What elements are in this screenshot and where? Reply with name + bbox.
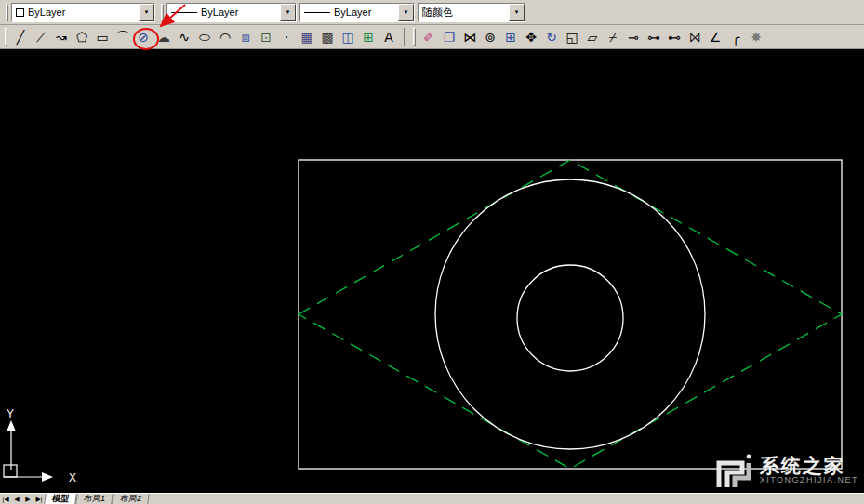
multiline-text-tool-button[interactable]: A (379, 27, 399, 47)
lineweight-control-value: ByLayer (330, 7, 398, 18)
move-icon: ✥ (525, 31, 537, 44)
color-control-value: ByLayer (24, 7, 139, 18)
toolbar-grip[interactable] (161, 4, 164, 21)
watermark-subtitle: XITONGZHIJIA.NET (760, 476, 858, 485)
drawing-canvas-svg[interactable]: Y X (0, 49, 864, 493)
hatch-tool-button[interactable]: ▦ (297, 27, 317, 47)
erase-icon: ✐ (423, 31, 434, 44)
polygon-icon: ⬠ (76, 31, 87, 44)
arc-tool-button[interactable]: ⌒ (113, 27, 133, 47)
toolbar-grip[interactable] (413, 28, 416, 46)
tab-nav-button-2[interactable]: ▶ (22, 494, 33, 504)
trim-icon: ⌿ (609, 31, 617, 44)
construction-line-tool-button[interactable]: ⟋ (31, 27, 51, 47)
extend-tool-button[interactable]: ⊸ (623, 27, 644, 47)
ucs-y-label: Y (7, 407, 14, 420)
rectangle-tool-button[interactable]: ▭ (92, 27, 113, 47)
insert-block-icon: ⧈ (242, 31, 250, 44)
watermark-title: 系统之家 (760, 455, 858, 476)
point-tool-button[interactable]: · (276, 27, 297, 47)
ellipse-tool-button[interactable]: ⬭ (194, 27, 215, 47)
break-tool-button[interactable]: ⊷ (664, 27, 685, 47)
gradient-tool-button[interactable]: ▩ (317, 27, 338, 47)
make-block-icon: ⊡ (260, 31, 272, 44)
tab-layout1[interactable]: 布局1 (75, 494, 113, 504)
lineweight-dropdown-arrow-icon[interactable]: ▼ (398, 4, 414, 21)
tab-nav-button-3[interactable]: ▶| (33, 494, 45, 504)
array-tool-button[interactable]: ⊞ (500, 27, 521, 47)
join-icon: ⨝ (689, 31, 699, 44)
polyline-tool-button[interactable]: ↝ (51, 27, 72, 47)
linetype-control[interactable]: ByLayer ▼ (166, 3, 297, 22)
color-swatch-icon (16, 8, 24, 17)
join-tool-button[interactable]: ⨝ (685, 27, 705, 47)
lineweight-sample-icon (304, 12, 330, 13)
tool-toolbars: ╱⟋↝⬠▭⌒⊘☁∿⬭◠⧈⊡·▦▩◫⊞A ✐❐⋈⊚⊞✥↻◱▱⌿⊸⊶⊷⨝∠╭✸ (0, 25, 864, 49)
multiline-text-icon: A (384, 31, 393, 44)
tab-layout2[interactable]: 布局2 (112, 494, 150, 504)
xitongzhijia-logo-icon (714, 450, 753, 489)
linetype-sample-icon (171, 12, 197, 13)
make-block-tool-button[interactable]: ⊡ (256, 27, 276, 47)
drawn-outer-circle[interactable] (435, 179, 705, 449)
lineweight-control[interactable]: ByLayer ▼ (299, 3, 415, 22)
scale-tool-button[interactable]: ◱ (562, 27, 582, 47)
explode-tool-button[interactable]: ✸ (746, 27, 766, 47)
line-tool-button[interactable]: ╱ (10, 27, 31, 47)
tab-nav-button-0[interactable]: |◀ (0, 494, 11, 504)
toolbar-grip[interactable] (6, 4, 8, 21)
tab-nav: |◀◀▶▶| (0, 494, 45, 504)
ellipse-icon: ⬭ (199, 31, 210, 44)
construction-line-icon: ⟋ (36, 31, 46, 44)
chamfer-tool-button[interactable]: ∠ (705, 27, 725, 47)
table-tool-button[interactable]: ⊞ (358, 27, 379, 47)
line-icon: ╱ (17, 31, 24, 44)
cad-application-window: { "properties_toolbar": { "color_control… (0, 0, 864, 504)
offset-tool-button[interactable]: ⊚ (480, 27, 500, 47)
tab-model[interactable]: 模型 (44, 494, 77, 504)
drawing-area[interactable]: Y X 系统之家 XITONGZHIJIA.NET (0, 49, 864, 493)
erase-tool-button[interactable]: ✐ (419, 27, 439, 47)
spline-tool-button[interactable]: ∿ (174, 27, 194, 47)
move-tool-button[interactable]: ✥ (521, 27, 541, 47)
hatch-icon: ▦ (300, 31, 312, 44)
table-icon: ⊞ (363, 31, 374, 44)
color-dropdown-arrow-icon[interactable]: ▼ (139, 4, 154, 21)
gradient-icon: ▩ (321, 31, 333, 44)
drawn-rectangle[interactable] (299, 160, 842, 469)
break-at-point-icon: ⊶ (647, 31, 660, 44)
revision-cloud-tool-button[interactable]: ☁ (153, 27, 174, 47)
polygon-tool-button[interactable]: ⬠ (72, 27, 92, 47)
insert-block-tool-button[interactable]: ⧈ (235, 27, 256, 47)
copy-tool-button[interactable]: ❐ (439, 27, 459, 47)
modify-toolbar: ✐❐⋈⊚⊞✥↻◱▱⌿⊸⊶⊷⨝∠╭✸ (419, 27, 766, 47)
plot-style-dropdown-arrow-icon[interactable]: ▼ (509, 4, 525, 21)
break-icon: ⊷ (668, 31, 681, 44)
toolbar-separator (404, 28, 405, 46)
fillet-icon: ╭ (732, 31, 739, 44)
ellipse-arc-tool-button[interactable]: ◠ (215, 27, 235, 47)
stretch-tool-button[interactable]: ▱ (582, 27, 603, 47)
color-control[interactable]: ByLayer ▼ (11, 3, 155, 22)
break-at-point-tool-button[interactable]: ⊶ (644, 27, 664, 47)
drawn-dashed-diamond[interactable] (299, 160, 842, 469)
fillet-tool-button[interactable]: ╭ (725, 27, 746, 47)
drawn-inner-circle[interactable] (517, 265, 623, 371)
array-icon: ⊞ (505, 31, 516, 44)
circle-tool-button[interactable]: ⊘ (133, 27, 153, 47)
plot-style-control[interactable]: 随颜色 ▼ (418, 3, 525, 22)
toolbar-grip[interactable] (5, 28, 7, 46)
ellipse-arc-icon: ◠ (219, 31, 231, 44)
trim-tool-button[interactable]: ⌿ (603, 27, 623, 47)
mirror-tool-button[interactable]: ⋈ (459, 27, 480, 47)
region-tool-button[interactable]: ◫ (338, 27, 358, 47)
ucs-x-label: X (69, 471, 76, 484)
revision-cloud-icon: ☁ (157, 31, 170, 44)
region-icon: ◫ (341, 31, 353, 44)
linetype-dropdown-arrow-icon[interactable]: ▼ (280, 4, 296, 21)
spline-icon: ∿ (179, 31, 190, 44)
tab-nav-button-1[interactable]: ◀ (11, 494, 22, 504)
layout-tabs: 模型布局1布局2 (45, 494, 149, 504)
arc-icon: ⌒ (116, 31, 129, 44)
rotate-tool-button[interactable]: ↻ (541, 27, 562, 47)
